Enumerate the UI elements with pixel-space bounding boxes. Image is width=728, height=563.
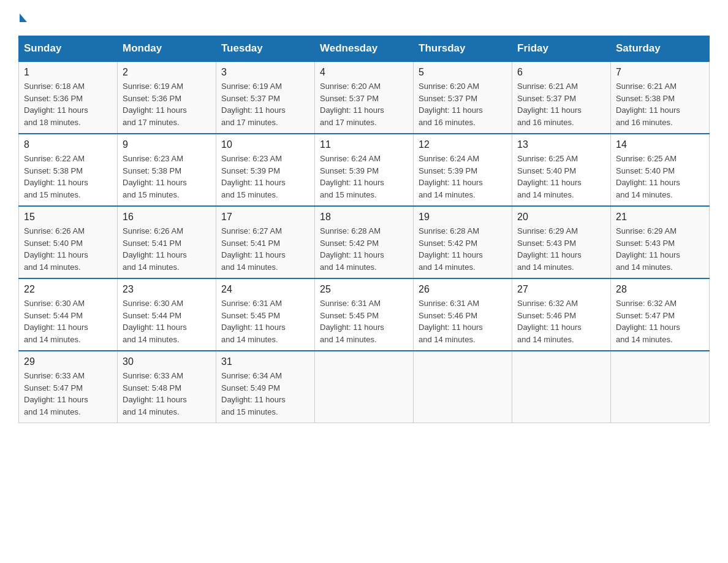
day-number: 31: [221, 356, 309, 367]
day-number: 12: [419, 139, 507, 150]
day-number: 2: [123, 67, 211, 78]
calendar-cell: 22Sunrise: 6:30 AMSunset: 5:44 PMDayligh…: [19, 278, 118, 351]
header-tuesday: Tuesday: [216, 36, 315, 62]
day-number: 3: [221, 67, 309, 78]
header-friday: Friday: [512, 36, 611, 62]
day-number: 24: [221, 284, 309, 295]
day-info: Sunrise: 6:31 AMSunset: 5:45 PMDaylight:…: [221, 297, 309, 345]
calendar-cell: 23Sunrise: 6:30 AMSunset: 5:44 PMDayligh…: [118, 278, 216, 351]
calendar-cell: 18Sunrise: 6:28 AMSunset: 5:42 PMDayligh…: [315, 206, 414, 278]
day-number: 15: [24, 212, 112, 223]
day-info: Sunrise: 6:25 AMSunset: 5:40 PMDaylight:…: [517, 153, 605, 201]
day-number: 1: [24, 67, 112, 78]
header-thursday: Thursday: [414, 36, 512, 62]
day-info: Sunrise: 6:31 AMSunset: 5:45 PMDaylight:…: [320, 297, 408, 345]
calendar-header-row: SundayMondayTuesdayWednesdayThursdayFrid…: [19, 36, 710, 62]
calendar-cell: 12Sunrise: 6:24 AMSunset: 5:39 PMDayligh…: [414, 134, 512, 206]
calendar-cell: 30Sunrise: 6:33 AMSunset: 5:48 PMDayligh…: [118, 351, 216, 423]
day-info: Sunrise: 6:23 AMSunset: 5:39 PMDaylight:…: [221, 153, 309, 201]
day-number: 8: [24, 139, 112, 150]
day-info: Sunrise: 6:23 AMSunset: 5:38 PMDaylight:…: [123, 153, 211, 201]
day-number: 10: [221, 139, 309, 150]
calendar-cell: 7Sunrise: 6:21 AMSunset: 5:38 PMDaylight…: [611, 61, 710, 134]
day-number: 11: [320, 139, 408, 150]
header-saturday: Saturday: [611, 36, 710, 62]
day-number: 22: [24, 284, 112, 295]
day-number: 27: [517, 284, 605, 295]
day-info: Sunrise: 6:19 AMSunset: 5:36 PMDaylight:…: [123, 80, 211, 128]
calendar-cell: 5Sunrise: 6:20 AMSunset: 5:37 PMDaylight…: [414, 61, 512, 134]
calendar-cell: [611, 351, 710, 423]
day-info: Sunrise: 6:32 AMSunset: 5:47 PMDaylight:…: [616, 297, 704, 345]
day-number: 13: [517, 139, 605, 150]
day-info: Sunrise: 6:28 AMSunset: 5:42 PMDaylight:…: [320, 225, 408, 273]
day-number: 4: [320, 67, 408, 78]
day-info: Sunrise: 6:33 AMSunset: 5:47 PMDaylight:…: [24, 370, 112, 418]
calendar-cell: 3Sunrise: 6:19 AMSunset: 5:37 PMDaylight…: [216, 61, 315, 134]
calendar-cell: 26Sunrise: 6:31 AMSunset: 5:46 PMDayligh…: [414, 278, 512, 351]
calendar-cell: 9Sunrise: 6:23 AMSunset: 5:38 PMDaylight…: [118, 134, 216, 206]
calendar-cell: 17Sunrise: 6:27 AMSunset: 5:41 PMDayligh…: [216, 206, 315, 278]
calendar-cell: 29Sunrise: 6:33 AMSunset: 5:47 PMDayligh…: [19, 351, 118, 423]
calendar-cell: 25Sunrise: 6:31 AMSunset: 5:45 PMDayligh…: [315, 278, 414, 351]
week-row-5: 29Sunrise: 6:33 AMSunset: 5:47 PMDayligh…: [19, 351, 710, 423]
header-sunday: Sunday: [19, 36, 118, 62]
calendar-cell: 14Sunrise: 6:25 AMSunset: 5:40 PMDayligh…: [611, 134, 710, 206]
day-number: 9: [123, 139, 211, 150]
calendar-cell: 10Sunrise: 6:23 AMSunset: 5:39 PMDayligh…: [216, 134, 315, 206]
calendar-table: SundayMondayTuesdayWednesdayThursdayFrid…: [18, 36, 710, 423]
day-info: Sunrise: 6:19 AMSunset: 5:37 PMDaylight:…: [221, 80, 309, 128]
calendar-cell: [414, 351, 512, 423]
day-number: 26: [419, 284, 507, 295]
day-info: Sunrise: 6:27 AMSunset: 5:41 PMDaylight:…: [221, 225, 309, 273]
day-info: Sunrise: 6:30 AMSunset: 5:44 PMDaylight:…: [24, 297, 112, 345]
day-info: Sunrise: 6:21 AMSunset: 5:37 PMDaylight:…: [517, 80, 605, 128]
day-number: 18: [320, 212, 408, 223]
calendar-cell: 28Sunrise: 6:32 AMSunset: 5:47 PMDayligh…: [611, 278, 710, 351]
header-wednesday: Wednesday: [315, 36, 414, 62]
day-number: 7: [616, 67, 704, 78]
day-info: Sunrise: 6:29 AMSunset: 5:43 PMDaylight:…: [616, 225, 704, 273]
calendar-cell: 1Sunrise: 6:18 AMSunset: 5:36 PMDaylight…: [19, 61, 118, 134]
day-number: 29: [24, 356, 112, 367]
calendar-cell: 4Sunrise: 6:20 AMSunset: 5:37 PMDaylight…: [315, 61, 414, 134]
calendar-cell: 13Sunrise: 6:25 AMSunset: 5:40 PMDayligh…: [512, 134, 611, 206]
calendar-cell: 11Sunrise: 6:24 AMSunset: 5:39 PMDayligh…: [315, 134, 414, 206]
day-info: Sunrise: 6:25 AMSunset: 5:40 PMDaylight:…: [616, 153, 704, 201]
day-info: Sunrise: 6:29 AMSunset: 5:43 PMDaylight:…: [517, 225, 605, 273]
calendar-cell: 2Sunrise: 6:19 AMSunset: 5:36 PMDaylight…: [118, 61, 216, 134]
day-info: Sunrise: 6:18 AMSunset: 5:36 PMDaylight:…: [24, 80, 112, 128]
day-number: 16: [123, 212, 211, 223]
day-info: Sunrise: 6:24 AMSunset: 5:39 PMDaylight:…: [419, 153, 507, 201]
day-info: Sunrise: 6:30 AMSunset: 5:44 PMDaylight:…: [123, 297, 211, 345]
day-info: Sunrise: 6:20 AMSunset: 5:37 PMDaylight:…: [419, 80, 507, 128]
calendar-cell: 16Sunrise: 6:26 AMSunset: 5:41 PMDayligh…: [118, 206, 216, 278]
header-monday: Monday: [118, 36, 216, 62]
day-info: Sunrise: 6:31 AMSunset: 5:46 PMDaylight:…: [419, 297, 507, 345]
day-info: Sunrise: 6:20 AMSunset: 5:37 PMDaylight:…: [320, 80, 408, 128]
calendar-cell: [315, 351, 414, 423]
day-info: Sunrise: 6:34 AMSunset: 5:49 PMDaylight:…: [221, 370, 309, 418]
day-info: Sunrise: 6:32 AMSunset: 5:46 PMDaylight:…: [517, 297, 605, 345]
day-number: 14: [616, 139, 704, 150]
calendar-cell: 31Sunrise: 6:34 AMSunset: 5:49 PMDayligh…: [216, 351, 315, 423]
week-row-1: 1Sunrise: 6:18 AMSunset: 5:36 PMDaylight…: [19, 61, 710, 134]
calendar-cell: 20Sunrise: 6:29 AMSunset: 5:43 PMDayligh…: [512, 206, 611, 278]
day-info: Sunrise: 6:33 AMSunset: 5:48 PMDaylight:…: [123, 370, 211, 418]
day-info: Sunrise: 6:28 AMSunset: 5:42 PMDaylight:…: [419, 225, 507, 273]
calendar-cell: 8Sunrise: 6:22 AMSunset: 5:38 PMDaylight…: [19, 134, 118, 206]
day-number: 30: [123, 356, 211, 367]
day-number: 28: [616, 284, 704, 295]
day-number: 19: [419, 212, 507, 223]
week-row-2: 8Sunrise: 6:22 AMSunset: 5:38 PMDaylight…: [19, 134, 710, 206]
logo: [18, 12, 27, 23]
logo-text: [18, 12, 27, 22]
calendar-cell: 24Sunrise: 6:31 AMSunset: 5:45 PMDayligh…: [216, 278, 315, 351]
day-number: 6: [517, 67, 605, 78]
day-info: Sunrise: 6:22 AMSunset: 5:38 PMDaylight:…: [24, 153, 112, 201]
logo-arrow-icon: [20, 13, 27, 22]
day-number: 21: [616, 212, 704, 223]
day-number: 25: [320, 284, 408, 295]
calendar-cell: [512, 351, 611, 423]
week-row-3: 15Sunrise: 6:26 AMSunset: 5:40 PMDayligh…: [19, 206, 710, 278]
